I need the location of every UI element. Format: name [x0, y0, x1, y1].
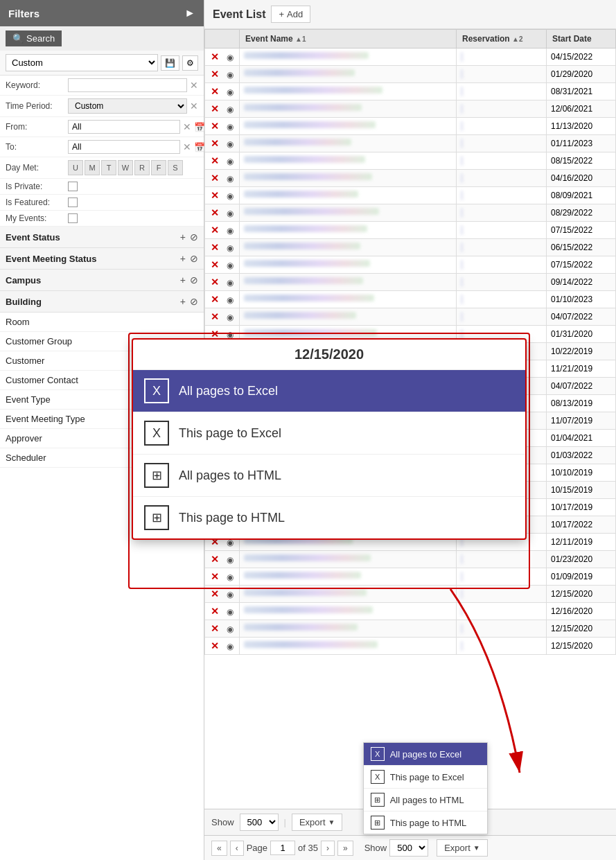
row-select-btn[interactable]: ◉ — [227, 607, 234, 617]
row-select-btn[interactable]: ◉ — [227, 313, 234, 322]
row-delete-btn[interactable]: ✕ — [211, 121, 219, 132]
export-small-page-html[interactable]: ⊞ This page to HTML — [364, 811, 487, 834]
row-delete-btn[interactable]: ✕ — [211, 173, 219, 184]
section-campus[interactable]: Campus + ⊘ — [0, 270, 204, 291]
page-last-btn[interactable]: » — [337, 841, 353, 856]
export-all-html[interactable]: ⊞ All pages to HTML — [133, 455, 525, 497]
row-select-btn[interactable]: ◉ — [227, 87, 234, 97]
row-select-btn[interactable]: ◉ — [227, 590, 234, 599]
section-building[interactable]: Building + ⊘ — [0, 291, 204, 313]
row-event-name[interactable] — [240, 638, 457, 655]
row-delete-btn[interactable]: ✕ — [211, 294, 219, 305]
row-event-name[interactable] — [240, 551, 457, 568]
day-btn-t[interactable]: T — [101, 160, 116, 175]
row-event-name[interactable] — [240, 620, 457, 638]
row-delete-btn[interactable]: ✕ — [211, 277, 219, 288]
section-building-clear-btn[interactable]: ⊘ — [190, 296, 198, 307]
row-event-name[interactable] — [240, 152, 457, 170]
row-delete-btn[interactable]: ✕ — [211, 242, 219, 253]
row-event-name[interactable] — [240, 274, 457, 291]
row-select-btn[interactable]: ◉ — [227, 139, 234, 149]
page-input[interactable] — [270, 841, 295, 855]
row-delete-btn[interactable]: ✕ — [211, 225, 219, 236]
row-delete-btn[interactable]: ✕ — [211, 138, 219, 149]
from-clear-icon[interactable]: ✕ — [183, 121, 191, 132]
row-delete-btn[interactable]: ✕ — [211, 155, 219, 166]
export-page-html[interactable]: ⊞ This page to HTML — [133, 497, 525, 538]
row-select-btn[interactable]: ◉ — [227, 174, 234, 184]
row-delete-btn[interactable]: ✕ — [211, 51, 219, 62]
row-delete-btn[interactable]: ✕ — [211, 259, 219, 270]
row-event-name[interactable] — [240, 291, 457, 308]
row-delete-btn[interactable]: ✕ — [211, 554, 219, 565]
page-prev-btn[interactable]: ‹ — [230, 841, 244, 856]
day-btn-u[interactable]: U — [68, 160, 83, 175]
to-input[interactable] — [68, 140, 180, 154]
to-calendar-icon[interactable]: 📅 — [194, 142, 205, 152]
filter-settings-btn[interactable]: ⚙ — [182, 55, 198, 71]
day-btn-m[interactable]: M — [85, 160, 100, 175]
row-select-btn[interactable]: ◉ — [227, 278, 234, 288]
filter-preset-select[interactable]: Custom — [6, 54, 158, 71]
row-select-btn[interactable]: ◉ — [227, 70, 234, 80]
show-select[interactable]: 500 100 250 — [240, 814, 279, 831]
row-delete-btn[interactable]: ✕ — [211, 69, 219, 80]
row-delete-btn[interactable]: ✕ — [211, 623, 219, 634]
section-event-status-clear-btn[interactable]: ⊘ — [190, 231, 198, 243]
page-next-btn[interactable]: › — [321, 841, 335, 856]
col-header-startdate[interactable]: Start Date — [547, 30, 616, 49]
export-small-page-excel[interactable]: X This page to Excel — [364, 766, 487, 789]
to-clear-icon[interactable]: ✕ — [183, 141, 191, 152]
time-period-select[interactable]: Custom — [68, 98, 187, 114]
export-dropdown-big[interactable]: 12/15/2020 X All pages to Excel X This p… — [132, 338, 527, 540]
row-select-btn[interactable]: ◉ — [227, 642, 234, 651]
row-event-name[interactable] — [240, 118, 457, 135]
section-event-meeting-status-clear-btn[interactable]: ⊘ — [190, 253, 198, 264]
row-select-btn[interactable]: ◉ — [227, 209, 234, 218]
sidebar-item-room[interactable]: Room — [0, 313, 204, 332]
row-event-name[interactable] — [240, 222, 457, 239]
keyword-input[interactable] — [68, 78, 187, 92]
day-btn-f[interactable]: F — [151, 160, 166, 175]
row-event-name[interactable] — [240, 66, 457, 83]
row-select-btn[interactable]: ◉ — [227, 122, 234, 132]
my-events-checkbox[interactable] — [68, 213, 78, 223]
page-first-btn[interactable]: « — [211, 841, 227, 856]
show-bottom-select[interactable]: 500 — [389, 839, 428, 857]
row-select-btn[interactable]: ◉ — [227, 226, 234, 236]
from-calendar-icon[interactable]: 📅 — [194, 122, 205, 132]
is-private-checkbox[interactable] — [68, 182, 78, 191]
export-button[interactable]: Export ▼ — [292, 814, 342, 831]
row-event-name[interactable] — [240, 187, 457, 204]
row-select-btn[interactable]: ◉ — [227, 572, 234, 582]
row-delete-btn[interactable]: ✕ — [211, 207, 219, 218]
row-event-name[interactable] — [240, 586, 457, 603]
filter-save-btn[interactable]: 💾 — [161, 55, 179, 71]
col-event-name-sort[interactable]: ▲1 — [295, 35, 306, 43]
row-delete-btn[interactable]: ✕ — [211, 640, 219, 651]
export-all-excel[interactable]: X All pages to Excel — [133, 370, 525, 412]
section-campus-clear-btn[interactable]: ⊘ — [190, 274, 198, 286]
row-event-name[interactable] — [240, 49, 457, 66]
row-select-btn[interactable]: ◉ — [227, 157, 234, 166]
export-bottom-button[interactable]: Export ▼ — [437, 839, 487, 857]
col-reservation-sort[interactable]: ▲2 — [512, 35, 522, 43]
row-select-btn[interactable]: ◉ — [227, 105, 234, 114]
row-delete-btn[interactable]: ✕ — [211, 86, 219, 97]
col-header-event-name[interactable]: Event Name ▲1 — [240, 30, 457, 49]
add-event-button[interactable]: + Add — [271, 6, 310, 23]
is-featured-checkbox[interactable] — [68, 198, 78, 207]
row-select-btn[interactable]: ◉ — [227, 243, 234, 253]
row-select-btn[interactable]: ◉ — [227, 53, 234, 62]
time-period-clear-icon[interactable]: ✕ — [190, 100, 198, 112]
sidebar-collapse-btn[interactable]: ► — [184, 7, 195, 19]
section-event-meeting-status[interactable]: Event Meeting Status + ⊘ — [0, 248, 204, 270]
export-page-excel[interactable]: X This page to Excel — [133, 412, 525, 455]
row-select-btn[interactable]: ◉ — [227, 295, 234, 305]
row-event-name[interactable] — [240, 100, 457, 118]
row-event-name[interactable] — [240, 239, 457, 256]
row-select-btn[interactable]: ◉ — [227, 624, 234, 634]
row-event-name[interactable] — [240, 135, 457, 152]
keyword-clear-icon[interactable]: ✕ — [190, 80, 198, 91]
row-delete-btn[interactable]: ✕ — [211, 588, 219, 599]
